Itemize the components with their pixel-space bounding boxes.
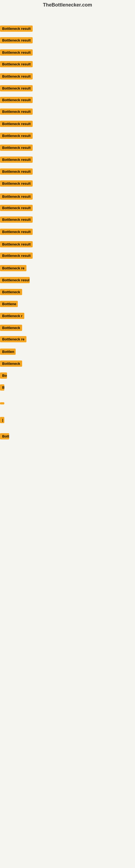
bottleneck-badge: Bottleneck result [0, 61, 33, 67]
bottleneck-badge: Bottleneck result [0, 108, 33, 115]
list-item: Bottleneck result [0, 252, 33, 260]
list-item: Bottleneck resul [0, 277, 30, 284]
bottleneck-badge: Bottleneck result [0, 193, 33, 199]
list-item: Bottleneck result [0, 241, 33, 248]
bottleneck-badge: Bottleneck r [0, 313, 24, 319]
bottleneck-badge: Bottleneck result [0, 205, 33, 211]
bottleneck-badge: Bottleneck result [0, 168, 33, 175]
bottleneck-badge: Bottleneck result [0, 145, 33, 151]
list-item: Bottleneck result [0, 156, 33, 164]
list-item: Bottleneck result [0, 168, 33, 176]
list-item: Bottleneck r [0, 313, 24, 320]
list-item: Bottleneck re [0, 265, 27, 272]
bottleneck-badge: Bottleneck [0, 289, 22, 295]
list-item: Bottleneck result [0, 193, 33, 201]
bottleneck-badge: Bottleneck result [0, 121, 33, 127]
bottleneck-badge: Bott [0, 433, 9, 439]
list-item: Bottleneck result [0, 121, 33, 128]
bottleneck-badge: Bottleneck result [0, 50, 33, 56]
site-title: TheBottlenecker.com [0, 0, 135, 10]
list-item: Bottleneck re [0, 336, 27, 343]
bottleneck-badge: Bo [0, 372, 7, 379]
bottleneck-badge: Bottleneck resul [0, 277, 30, 283]
list-item: Bottleneck [0, 361, 22, 368]
bottleneck-badge: Bottlen [0, 348, 16, 355]
list-item: Bottleneck result [0, 229, 33, 236]
bottleneck-badge: Bottleneck re [0, 336, 27, 342]
list-item: Bottleneck result [0, 216, 33, 224]
bottleneck-badge: Bottleneck [0, 361, 22, 367]
list-item: Bottleneck [0, 289, 22, 296]
list-item: Bottleneck result [0, 108, 33, 116]
bottleneck-badge: Bottleneck result [0, 229, 33, 235]
bottleneck-badge: Bottleneck re [0, 265, 27, 271]
site-title-text: TheBottlenecker.com [43, 2, 92, 8]
bottleneck-badge: Bottleneck [0, 325, 22, 331]
list-item: Bottleneck result [0, 145, 33, 152]
list-item: | [0, 417, 4, 424]
list-item: Bottleneck result [0, 180, 33, 188]
list-item: Bottleneck result [0, 26, 33, 33]
bottleneck-badge: Bottleneck result [0, 252, 33, 259]
list-item: Bottlen [0, 348, 16, 356]
list-item: Bott [0, 433, 9, 440]
bottleneck-badge: B [0, 384, 4, 391]
bottleneck-badge: Bottleneck result [0, 97, 33, 103]
bottleneck-badge: | [0, 417, 4, 423]
bottleneck-badge: Bottleneck result [0, 156, 33, 163]
bottleneck-badge: Bottleneck result [0, 85, 33, 91]
list-item: Bottleneck result [0, 97, 33, 104]
bottleneck-badge: Bottleneck result [0, 216, 33, 223]
list-item: Bottleneck result [0, 37, 33, 44]
list-item: Bottleneck result [0, 205, 33, 212]
bottleneck-badge: Bottleneck result [0, 37, 33, 43]
list-item: Bottlene [0, 301, 18, 308]
list-item [0, 401, 4, 405]
list-item: Bo [0, 372, 7, 380]
bottleneck-badge: Bottleneck result [0, 241, 33, 247]
bottleneck-badge [0, 402, 4, 404]
bottleneck-badge: Bottleneck result [0, 180, 33, 187]
bottleneck-badge: Bottleneck result [0, 133, 33, 139]
bottleneck-badge: Bottlene [0, 301, 18, 307]
list-item: B [0, 384, 4, 392]
list-item: Bottleneck result [0, 61, 33, 68]
list-item: Bottleneck result [0, 73, 33, 81]
list-item: Bottleneck result [0, 50, 33, 57]
list-item: Bottleneck [0, 325, 22, 332]
list-item: Bottleneck result [0, 85, 33, 93]
list-item: Bottleneck result [0, 133, 33, 140]
bottleneck-badge: Bottleneck result [0, 73, 33, 80]
bottleneck-badge: Bottleneck result [0, 26, 33, 32]
